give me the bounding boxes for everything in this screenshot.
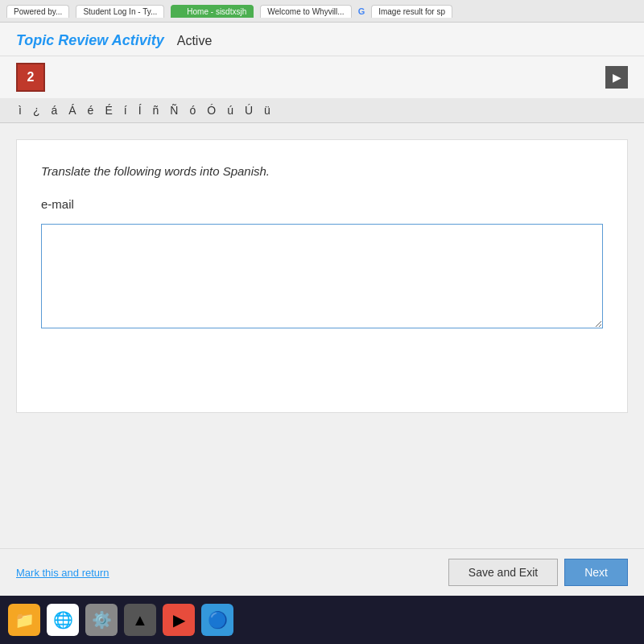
taskbar: 📁 🌐 ⚙️ ▲ ▶ 🔵 bbox=[0, 596, 644, 644]
content-area: Translate the following words into Spani… bbox=[16, 139, 628, 413]
taskbar-files-icon[interactable]: 📁 bbox=[8, 604, 40, 636]
taskbar-chrome-icon[interactable]: 🌐 bbox=[47, 604, 79, 636]
tab-student-login[interactable]: Student Log In - Ty... bbox=[76, 5, 164, 18]
char-btn-inverted-question[interactable]: ¿ bbox=[31, 103, 43, 118]
char-btn-i-acute[interactable]: í bbox=[122, 103, 130, 118]
char-btn-n-tilde-upper[interactable]: Ñ bbox=[167, 103, 180, 118]
footer-action-buttons: Save and Exit Next bbox=[448, 559, 628, 586]
page-title: Topic Review Activity bbox=[16, 32, 164, 49]
google-g-icon: G bbox=[358, 6, 365, 16]
char-btn-u-umlaut[interactable]: ü bbox=[262, 103, 273, 118]
answer-textarea[interactable] bbox=[41, 224, 603, 328]
taskbar-up-icon[interactable]: ▲ bbox=[124, 604, 156, 636]
question-number: 2 bbox=[16, 63, 45, 92]
char-btn-i-acute-upper[interactable]: Í bbox=[136, 103, 144, 118]
char-btn-n-tilde[interactable]: ñ bbox=[151, 103, 162, 118]
char-btn-o-acute-upper[interactable]: Ó bbox=[204, 103, 218, 118]
mark-return-button[interactable]: Mark this and return bbox=[16, 567, 109, 579]
char-btn-a-acute[interactable]: á bbox=[48, 103, 60, 118]
char-btn-e-acute[interactable]: é bbox=[85, 103, 97, 118]
char-btn-u-acute[interactable]: ú bbox=[225, 103, 236, 118]
browser-tab-bar: Powered by... Student Log In - Ty... Hom… bbox=[0, 0, 644, 23]
question-navigation: 2 ▶ bbox=[0, 56, 644, 98]
char-btn-e-acute-upper[interactable]: É bbox=[102, 103, 114, 118]
next-arrow-button[interactable]: ▶ bbox=[605, 66, 628, 89]
tab-powered-by[interactable]: Powered by... bbox=[6, 5, 69, 18]
taskbar-app2-icon[interactable]: 🔵 bbox=[201, 604, 233, 636]
special-chars-bar: ì ¿ á Á é É í Í ñ Ñ ó Ó ú Ú ü bbox=[0, 98, 644, 123]
instruction-text: Translate the following words into Spani… bbox=[41, 164, 603, 178]
char-btn-u-acute-upper[interactable]: Ú bbox=[242, 103, 255, 118]
tab-home[interactable]: Home - sisdtxsjh bbox=[171, 5, 254, 18]
page-header: Topic Review Activity Active bbox=[0, 23, 644, 56]
save-exit-button[interactable]: Save and Exit bbox=[448, 559, 558, 586]
main-page: Topic Review Activity Active 2 ▶ ì ¿ á Á… bbox=[0, 23, 644, 596]
active-dot bbox=[178, 8, 184, 14]
char-btn-o-acute[interactable]: ó bbox=[187, 103, 198, 118]
char-btn-i-grave[interactable]: ì bbox=[16, 103, 24, 118]
char-btn-a-acute-upper[interactable]: Á bbox=[66, 103, 78, 118]
next-button[interactable]: Next bbox=[564, 559, 628, 586]
word-to-translate: e-mail bbox=[41, 197, 603, 211]
status-badge: Active bbox=[177, 34, 213, 48]
tab-google[interactable]: Image result for sp bbox=[371, 5, 452, 18]
tab-welcome[interactable]: Welcome to Whyvill... bbox=[260, 5, 351, 18]
taskbar-app1-icon[interactable]: ▶ bbox=[163, 604, 195, 636]
page-footer: Mark this and return Save and Exit Next bbox=[0, 548, 644, 596]
taskbar-settings-icon[interactable]: ⚙️ bbox=[85, 604, 118, 636]
